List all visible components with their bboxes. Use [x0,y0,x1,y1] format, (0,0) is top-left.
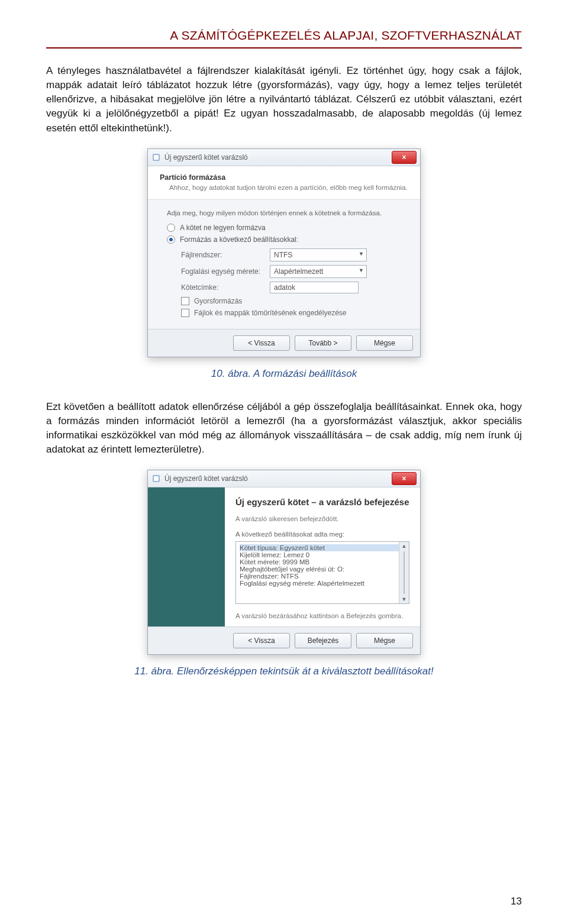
radio-label: Formázás a következő beállításokkal: [180,235,298,244]
wizard-subheading: Ahhoz, hogy adatokat tudjon tárolni ezen… [169,184,411,191]
svg-rect-1 [154,155,159,160]
label-allocation: Foglalási egység mérete: [181,267,270,276]
checkbox-quickformat[interactable]: Gyorsformázás [181,297,407,305]
radio-label: A kötet ne legyen formázva [180,224,266,232]
close-icon: × [402,153,406,161]
wizard-title: Új egyszerű kötet varázsló [164,474,389,483]
checkbox-label: Gyorsformázás [194,297,242,305]
label-volume: Kötetcímke: [181,283,270,292]
scroll-up-icon[interactable]: ▲ [399,542,409,550]
scroll-down-icon[interactable]: ▼ [399,595,409,603]
checkbox-icon [181,309,189,317]
summary-label: A következő beállításokat adta meg: [235,531,409,538]
close-button[interactable]: × [392,151,417,164]
figure-1-caption: 10. ábra. A formázási beállítások [211,368,357,380]
scrollbar[interactable]: ▲ ▼ [399,542,409,603]
radio-format[interactable]: Formázás a következő beállításokkal: [167,235,407,244]
cancel-button[interactable]: Mégse [356,633,413,648]
label-filesystem: Fájlrendszer: [181,251,270,259]
page-number: 13 [511,896,522,907]
close-icon: × [402,474,406,483]
list-item: Kijelölt lemez: Lemez 0 [240,551,405,558]
paragraph-2: Ezt követően a beállított adatok ellenőr… [46,400,522,457]
summary-listbox[interactable]: Kötet típusa: Egyszerű kötet Kijelölt le… [235,541,409,604]
wizard-body: Adja meg, hogy milyen módon történjen en… [148,200,420,329]
radio-no-format[interactable]: A kötet ne legyen formázva [167,224,407,232]
dropdown-filesystem[interactable]: NTFS ▼ [270,248,367,261]
input-volume-label[interactable] [270,282,359,293]
wizard-side-banner [148,487,225,626]
svg-rect-3 [154,476,159,481]
figure-1: Új egyszerű kötet varázsló × Partíció fo… [46,148,522,394]
back-button[interactable]: < Vissza [233,633,290,648]
format-prompt: Adja meg, hogy milyen módon történjen en… [167,209,407,217]
dropdown-allocation[interactable]: Alapértelmezett ▼ [270,265,367,278]
back-button[interactable]: < Vissza [233,335,290,351]
list-item: Meghajtóbetűjel vagy elérési út: O: [240,566,405,573]
close-button[interactable]: × [392,472,417,485]
next-button[interactable]: Tovább > [295,335,351,351]
format-fields: Fájlrendszer: NTFS ▼ Foglalási egység mé… [181,248,407,293]
list-item: Kötet mérete: 9999 MB [240,558,405,566]
wizard-body: Új egyszerű kötet – a varázsló befejezés… [225,487,420,626]
wizard-footer: < Vissza Befejezés Mégse [148,626,420,654]
wizard-done-msg: A varázsló sikeresen befejeződött. [235,515,409,522]
cancel-button[interactable]: Mégse [356,335,413,351]
dropdown-value: Alapértelmezett [274,267,323,276]
wizard-finish: Új egyszerű kötet varázsló × Új egyszerű… [147,470,421,655]
figure-2-caption: 11. ábra. Ellenőrzésképpen tekintsük át … [134,665,434,677]
wizard-titlebar[interactable]: Új egyszerű kötet varázsló × [148,470,420,487]
header-rule [46,47,522,49]
list-item: Fájlrendszer: NTFS [240,573,405,580]
wizard-title: Új egyszerű kötet varázsló [164,153,389,161]
wizard-format: Új egyszerű kötet varázsló × Partíció fo… [147,148,421,357]
list-item: Kötet típusa: Egyszerű kötet [240,544,405,551]
wizard-titlebar[interactable]: Új egyszerű kötet varázsló × [148,149,420,166]
finish-button[interactable]: Befejezés [295,633,351,648]
wizard-header: Partíció formázása Ahhoz, hogy adatokat … [148,166,420,200]
wizard-footer: < Vissza Tovább > Mégse [148,329,420,357]
page-header: A SZÁMÍTÓGÉPKEZELÉS ALAPJAI, SZOFTVERHAS… [46,28,522,43]
window-icon [151,153,161,162]
paragraph-1: A tényleges használatbavétel a fájlrends… [46,64,522,135]
radio-icon-selected [167,235,175,244]
dropdown-value: NTFS [274,251,292,259]
list-item: Foglalási egység mérete: Alapértelmezett [240,580,405,587]
checkbox-compress[interactable]: Fájlok és mappák tömörítésének engedélye… [181,309,407,317]
checkbox-icon [181,297,189,305]
chevron-down-icon: ▼ [359,267,364,273]
figure-2: Új egyszerű kötet varázsló × Új egyszerű… [46,470,522,692]
wizard-heading: Partíció formázása [160,173,411,182]
window-icon [151,474,161,483]
wizard-heading: Új egyszerű kötet – a varázsló befejezés… [235,497,409,508]
checkbox-label: Fájlok és mappák tömörítésének engedélye… [194,309,346,317]
radio-icon [167,224,175,232]
scrollbar-thumb[interactable] [404,551,405,594]
chevron-down-icon: ▼ [359,251,364,257]
wizard-hint: A varázsló bezárásához kattintson a Befe… [235,612,409,619]
